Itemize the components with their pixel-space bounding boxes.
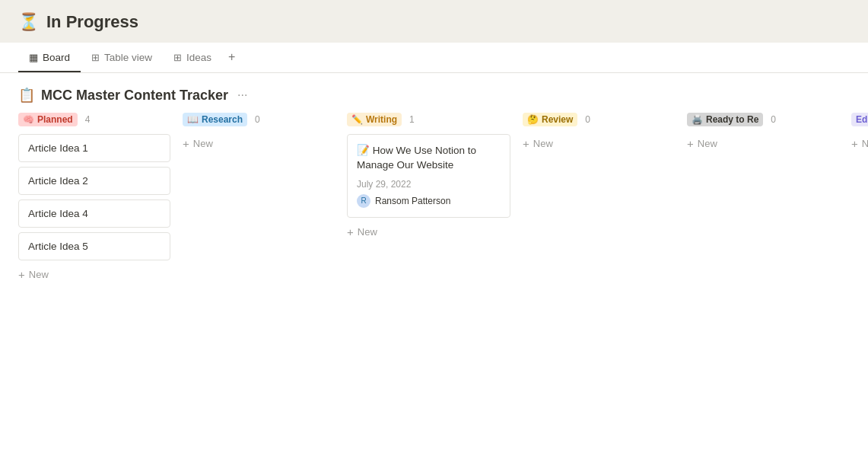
card-article-idea-2[interactable]: Article Idea 2: [18, 167, 170, 195]
ready-count: 0: [771, 114, 776, 125]
writing-count: 1: [409, 114, 415, 125]
card-article-idea-5[interactable]: Article Idea 5: [18, 232, 170, 260]
column-ready: 🖨️ Ready to Re 0 + New: [687, 113, 839, 284]
page-header: ⏳ In Progress: [0, 0, 868, 43]
review-count: 0: [585, 114, 590, 125]
add-view-button[interactable]: +: [222, 43, 241, 73]
tab-ideas[interactable]: ⊞ Ideas: [163, 44, 222, 72]
writing-new-button[interactable]: + New: [347, 222, 510, 241]
planned-new-label: New: [29, 269, 49, 280]
plus-icon: +: [347, 225, 354, 238]
column-label-writing: ✏️ Writing: [347, 113, 402, 126]
plus-icon: +: [687, 137, 694, 150]
board-title-bar: 📋 MCC Master Content Tracker ···: [0, 73, 868, 113]
review-label-text: Review: [542, 114, 573, 125]
column-writing: ✏️ Writing 1 📝 How We Use Notion to Mana…: [347, 113, 510, 284]
column-editing: Editing 0 + New: [851, 113, 868, 284]
board-title: MCC Master Content Tracker: [41, 88, 228, 104]
table-tab-icon: ⊞: [91, 52, 100, 63]
ideas-tab-icon: ⊞: [173, 52, 182, 63]
writing-label-text: Writing: [366, 114, 397, 125]
writing-card-author: R Ransom Patterson: [357, 194, 501, 208]
editing-label-text: Editing: [856, 114, 868, 125]
planned-count: 4: [85, 114, 91, 125]
tab-table-view[interactable]: ⊞ Table view: [81, 44, 163, 72]
board-tab-icon: ▦: [29, 52, 38, 63]
page-icon: ⏳: [18, 12, 39, 32]
review-new-label: New: [533, 138, 553, 149]
column-label-ready: 🖨️ Ready to Re: [687, 113, 763, 126]
board-options-button[interactable]: ···: [237, 88, 247, 102]
writing-card-date: July 29, 2022: [357, 179, 501, 190]
tab-ideas-label: Ideas: [186, 52, 211, 63]
tab-board[interactable]: ▦ Board: [18, 44, 81, 72]
card-notion-article[interactable]: 📝 How We Use Notion to Manage Our Websit…: [347, 134, 510, 218]
board-title-icon: 📋: [18, 87, 35, 104]
planned-new-button[interactable]: + New: [18, 265, 170, 284]
column-header-writing: ✏️ Writing 1: [347, 113, 510, 126]
research-count: 0: [255, 114, 260, 125]
research-new-label: New: [193, 138, 213, 149]
column-label-review: 🤔 Review: [523, 113, 577, 126]
tab-table-label: Table view: [104, 52, 152, 63]
ready-new-label: New: [698, 138, 717, 149]
column-label-planned: 🧠 Planned: [18, 113, 78, 126]
author-name: Ransom Patterson: [375, 196, 450, 206]
column-label-research: 📖 Research: [183, 113, 247, 126]
page-title: In Progress: [46, 12, 138, 32]
card-article-idea-4[interactable]: Article Idea 4: [18, 199, 170, 228]
author-avatar: R: [357, 194, 370, 208]
tab-board-label: Board: [43, 52, 70, 63]
column-header-planned: 🧠 Planned 4: [18, 113, 170, 126]
column-label-editing: Editing: [851, 113, 868, 126]
column-header-research: 📖 Research 0: [183, 113, 335, 126]
editing-new-label: New: [862, 138, 868, 149]
research-label-text: Research: [202, 114, 243, 125]
research-new-button[interactable]: + New: [183, 134, 335, 153]
ready-label-text: Ready to Re: [706, 114, 758, 125]
tab-bar: ▦ Board ⊞ Table view ⊞ Ideas +: [0, 43, 868, 73]
ready-new-button[interactable]: + New: [687, 134, 839, 153]
column-header-review: 🤔 Review 0: [523, 113, 675, 126]
plus-icon: +: [523, 137, 529, 150]
board-container: 🧠 Planned 4 Article Idea 1 Article Idea …: [0, 113, 868, 302]
column-header-editing: Editing 0: [851, 113, 868, 126]
column-planned: 🧠 Planned 4 Article Idea 1 Article Idea …: [18, 113, 170, 284]
review-new-button[interactable]: + New: [523, 134, 675, 153]
plus-icon: +: [18, 268, 25, 281]
plus-icon: +: [851, 137, 858, 150]
planned-label-text: Planned: [37, 114, 73, 125]
column-review: 🤔 Review 0 + New: [523, 113, 675, 284]
card-article-idea-1[interactable]: Article Idea 1: [18, 134, 170, 162]
column-header-ready: 🖨️ Ready to Re 0: [687, 113, 839, 126]
writing-new-label: New: [358, 226, 377, 238]
editing-new-button[interactable]: + New: [851, 134, 868, 153]
plus-icon: +: [183, 137, 189, 150]
writing-card-title: 📝 How We Use Notion to Manage Our Websit…: [357, 144, 501, 173]
column-research: 📖 Research 0 + New: [183, 113, 335, 284]
